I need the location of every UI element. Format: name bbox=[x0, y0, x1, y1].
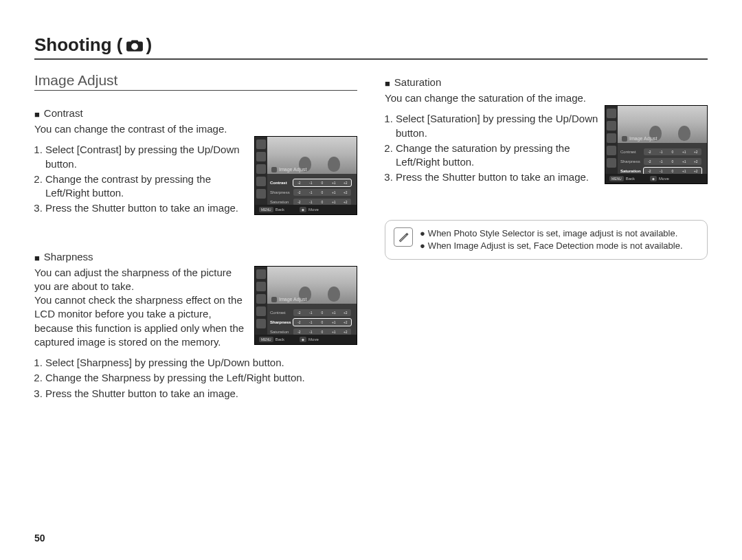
saturation-step-3: Press the Shutter button to take an imag… bbox=[396, 170, 599, 184]
page-title-suffix: ) bbox=[146, 34, 153, 56]
contrast-section: ■ Contrast You can change the contrast o… bbox=[34, 107, 357, 226]
sharpness-step-2: Change the Sharpness by pressing the Lef… bbox=[45, 371, 357, 385]
lcd-sharpness-slider: -2-10+1+2 bbox=[644, 158, 701, 165]
contrast-step-3: Press the Shutter button to take an imag… bbox=[45, 201, 249, 215]
contrast-step-2: Change the contrast by pressing the Left… bbox=[45, 172, 249, 201]
lcd-sharpness-slider: -2-10+1+2 bbox=[293, 319, 351, 326]
saturation-step-2: Change the saturation by pressing the Le… bbox=[396, 142, 599, 170]
contrast-heading: Contrast bbox=[44, 107, 83, 119]
bullet-icon: ● bbox=[420, 240, 425, 251]
sharpness-intro: You can adjust the sharpness of the pict… bbox=[34, 266, 249, 350]
section-heading: Image Adjust bbox=[34, 72, 357, 91]
lcd-sharpness-slider: -2-10+1+2 bbox=[293, 189, 351, 196]
saturation-heading: Saturation bbox=[394, 76, 441, 88]
page-title-row: Shooting ( ) bbox=[34, 34, 708, 60]
lcd-contrast-slider: -2-10+1+2 bbox=[293, 309, 351, 316]
saturation-step-1: Select [Saturation] by pressing the Up/D… bbox=[396, 112, 599, 140]
bullet-icon: ● bbox=[420, 228, 425, 238]
right-column: ■ Saturation You can change the saturati… bbox=[385, 72, 708, 425]
lcd-preview-sharpness: Image Adjust Contrast-2-10+1+2Sharpness-… bbox=[254, 266, 357, 345]
note-icon bbox=[394, 227, 413, 247]
lcd-sharpness-label: Sharpness bbox=[270, 320, 292, 324]
contrast-intro: You can change the contrast of the image… bbox=[34, 122, 357, 136]
lcd-contrast-label: Contrast bbox=[270, 311, 292, 315]
contrast-steps: Select [Contrast] by pressing the Up/Dow… bbox=[34, 143, 249, 215]
lcd-saturation-label: Saturation bbox=[620, 169, 642, 173]
square-bullet-icon: ■ bbox=[385, 78, 390, 89]
slider-area: Contrast-2-10+1+2Sharpness-2-10+1+2Satur… bbox=[267, 177, 354, 205]
lcd-sharpness-label: Sharpness bbox=[620, 159, 642, 164]
left-column: Image Adjust ■ Contrast You can change t… bbox=[34, 72, 357, 425]
lcd-contrast-label: Contrast bbox=[620, 150, 642, 154]
contrast-step-1: Select [Contrast] by pressing the Up/Dow… bbox=[45, 143, 249, 171]
page-number: 50 bbox=[34, 533, 45, 544]
saturation-intro: You can change the saturation of the ima… bbox=[385, 91, 708, 105]
sharpness-steps: Select [Sharpness] by pressing the Up/Do… bbox=[34, 356, 357, 401]
camera-icon bbox=[126, 38, 144, 52]
square-bullet-icon: ■ bbox=[34, 109, 40, 120]
sharpness-step-1: Select [Sharpness] by pressing the Up/Do… bbox=[45, 356, 357, 370]
lcd-contrast-label: Contrast bbox=[270, 181, 292, 185]
sharpness-section: ■ Sharpness You can adjust the sharpness… bbox=[34, 251, 357, 401]
lcd-preview-contrast: Image Adjust Contrast-2-10+1+2Sharpness-… bbox=[254, 136, 357, 215]
lcd-preview-saturation: Image Adjust Contrast-2-10+1+2Sharpness-… bbox=[605, 105, 708, 184]
sharpness-heading: Sharpness bbox=[44, 251, 93, 262]
lcd-move-label: Move bbox=[308, 208, 319, 212]
saturation-section: ■ Saturation You can change the saturati… bbox=[385, 76, 708, 195]
lcd-back-label: Back bbox=[276, 208, 284, 212]
lcd-saturation-label: Saturation bbox=[270, 330, 292, 334]
square-bullet-icon: ■ bbox=[34, 253, 40, 263]
lcd-contrast-slider: -2-10+1+2 bbox=[644, 148, 701, 155]
lcd-sharpness-label: Sharpness bbox=[270, 190, 292, 194]
slider-area: Contrast-2-10+1+2Sharpness-2-10+1+2Satur… bbox=[267, 306, 354, 335]
content-columns: Image Adjust ■ Contrast You can change t… bbox=[34, 72, 708, 425]
note-box: ●When Photo Style Selector is set, image… bbox=[385, 220, 708, 260]
manual-page: Shooting ( ) Image Adjust ■ Contrast You… bbox=[0, 0, 742, 560]
lcd-saturation-label: Saturation bbox=[270, 200, 292, 204]
lcd-contrast-slider: -2-10+1+2 bbox=[293, 179, 351, 186]
page-title-prefix: Shooting ( bbox=[34, 34, 123, 56]
saturation-steps: Select [Saturation] by pressing the Up/D… bbox=[385, 112, 599, 184]
note-lines: ●When Photo Style Selector is set, image… bbox=[420, 227, 683, 252]
slider-area: Contrast-2-10+1+2Sharpness-2-10+1+2Satur… bbox=[618, 146, 704, 174]
menu-button-icon: MENU bbox=[259, 207, 273, 212]
note-1: When Photo Style Selector is set, image … bbox=[428, 228, 677, 238]
lcd-image-adjust-label: Image Adjust bbox=[279, 167, 306, 172]
move-button-icon: ◆ bbox=[300, 207, 306, 212]
sharpness-step-3: Press the Shutter button to take an imag… bbox=[45, 387, 357, 401]
note-2: When Image Adjust is set, Face Detection… bbox=[428, 240, 683, 251]
